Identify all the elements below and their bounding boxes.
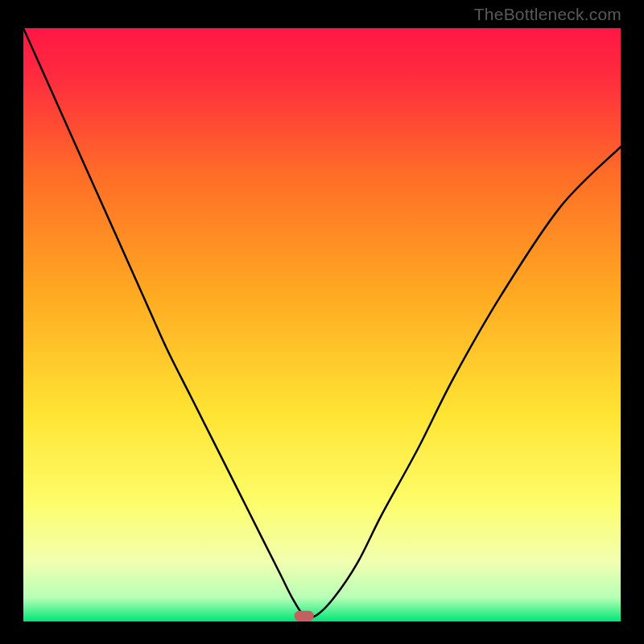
chart-container: TheBottleneck.com <box>0 0 644 644</box>
gradient-background <box>23 28 621 621</box>
watermark-text: TheBottleneck.com <box>474 5 621 24</box>
chart-plot <box>23 28 621 621</box>
optimal-marker <box>295 611 314 621</box>
